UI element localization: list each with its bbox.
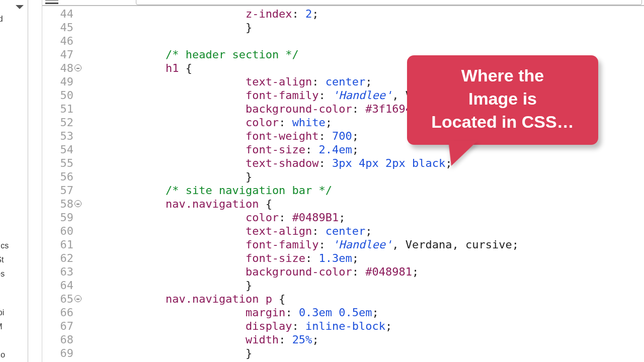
code-line[interactable]: 63 background-color: #048981; <box>42 265 644 279</box>
code-line[interactable]: 44 z-index: 2; <box>42 7 644 21</box>
callout-line: Image is <box>418 87 587 111</box>
code-line[interactable]: 67 display: inline-block; <box>42 319 644 333</box>
line-number: 56 <box>42 170 74 184</box>
outline-item[interactable]: nd St <box>0 253 4 267</box>
line-number: 49 <box>42 75 74 88</box>
code-line[interactable]: 64 } <box>42 279 644 292</box>
panel-divider[interactable] <box>28 0 42 362</box>
code-content[interactable]: nav.navigation { <box>74 197 272 211</box>
hamburger-icon[interactable] <box>45 0 58 4</box>
outline-item[interactable]: nd ho <box>0 348 5 362</box>
line-number: 46 <box>42 34 74 48</box>
code-content[interactable]: font-weight: 700; <box>74 129 359 143</box>
line-number: 65 <box>42 292 74 306</box>
code-content[interactable]: font-size: 2.4em; <box>74 143 359 156</box>
line-number: 61 <box>42 238 74 251</box>
code-content[interactable]: } <box>74 346 252 360</box>
code-content[interactable]: font-size: 1.3em; <box>74 251 359 265</box>
fold-icon[interactable] <box>74 295 82 302</box>
line-number: 67 <box>42 319 74 333</box>
line-number: 64 <box>42 279 74 292</box>
line-number: 44 <box>42 7 74 21</box>
code-content[interactable]: background-color: #3f1694; <box>74 102 419 116</box>
code-line[interactable]: 54 font-size: 2.4em; <box>42 143 644 156</box>
code-editor[interactable]: 44 z-index: 2;45 }4647 /* header section… <box>42 0 644 362</box>
side-outline-panel: ound Basics nd St butes .cmpi HTM nd ho <box>0 0 28 362</box>
line-number: 48 <box>42 61 74 75</box>
editor-toolbar <box>42 0 644 6</box>
line-number: 59 <box>42 211 74 224</box>
code-content[interactable]: text-align: center; <box>74 75 372 88</box>
line-number: 54 <box>42 143 74 156</box>
code-line[interactable]: 62 font-size: 1.3em; <box>42 251 644 265</box>
callout-line: Located in CSS… <box>418 111 587 134</box>
code-content[interactable]: } <box>74 21 252 34</box>
code-content[interactable]: color: #0489B1; <box>74 211 346 224</box>
callout-line: Where the <box>418 64 587 87</box>
code-line[interactable]: 66 margin: 0.3em 0.5em; <box>42 306 644 319</box>
outline-item[interactable]: butes <box>0 267 5 281</box>
path-field[interactable] <box>136 0 642 5</box>
code-content[interactable]: margin: 0.3em 0.5em; <box>74 306 379 319</box>
outline-item[interactable]: .cmpi <box>0 306 4 320</box>
code-content[interactable]: /* header section */ <box>74 48 299 61</box>
line-number: 45 <box>42 21 74 34</box>
line-number: 63 <box>42 265 74 279</box>
code-content[interactable]: } <box>74 279 252 292</box>
code-content[interactable]: font-family: 'Handlee', Verdana, <box>74 88 459 102</box>
line-number: 58 <box>42 197 74 211</box>
line-number: 53 <box>42 129 74 143</box>
outline-item[interactable]: HTM <box>0 320 3 334</box>
code-line[interactable]: 58 nav.navigation { <box>42 197 644 211</box>
code-content[interactable]: nav.navigation p { <box>74 292 285 306</box>
code-content[interactable]: color: white; <box>74 116 332 129</box>
code-line[interactable]: 59 color: #0489B1; <box>42 211 644 224</box>
code-content[interactable]: h1 { <box>74 61 192 75</box>
line-number: 55 <box>42 156 74 170</box>
code-content[interactable]: } <box>74 170 252 184</box>
code-content[interactable]: background-color: #048981; <box>74 265 419 279</box>
fold-icon[interactable] <box>74 200 82 207</box>
line-number: 50 <box>42 88 74 102</box>
code-line[interactable]: 45 } <box>42 21 644 34</box>
dropdown-icon[interactable] <box>15 3 25 12</box>
app-root: ound Basics nd St butes .cmpi HTM nd ho … <box>0 0 644 362</box>
line-number: 52 <box>42 116 74 129</box>
code-line[interactable]: 57 /* site navigation bar */ <box>42 184 644 197</box>
line-number: 66 <box>42 306 74 319</box>
annotation-callout: Where the Image is Located in CSS… <box>407 55 598 145</box>
line-number: 62 <box>42 251 74 265</box>
line-number: 69 <box>42 346 74 360</box>
fold-icon[interactable] <box>74 64 82 71</box>
code-line[interactable]: 46 <box>42 34 644 48</box>
svg-marker-0 <box>16 5 24 9</box>
code-content[interactable]: z-index: 2; <box>74 7 319 21</box>
line-number: 51 <box>42 102 74 116</box>
outline-item[interactable]: Basics <box>0 239 9 253</box>
code-line[interactable]: 55 text-shadow: 3px 4px 2px black; <box>42 156 644 170</box>
code-content[interactable]: /* site navigation bar */ <box>74 184 332 197</box>
code-line[interactable]: 60 text-align: center; <box>42 224 644 238</box>
code-content[interactable]: text-align: center; <box>74 224 372 238</box>
code-content[interactable]: text-shadow: 3px 4px 2px black; <box>74 156 452 170</box>
code-content[interactable]: display: inline-block; <box>74 319 392 333</box>
code-content[interactable]: font-family: 'Handlee', Verdana, cursive… <box>74 238 519 251</box>
code-line[interactable]: 56 } <box>42 170 644 184</box>
line-number: 57 <box>42 184 74 197</box>
code-line[interactable]: 68 width: 25%; <box>42 333 644 346</box>
code-line[interactable]: 65 nav.navigation p { <box>42 292 644 306</box>
code-content[interactable]: width: 25%; <box>74 333 319 346</box>
line-number: 47 <box>42 48 74 61</box>
line-number: 60 <box>42 224 74 238</box>
outline-item[interactable]: ound <box>0 12 3 26</box>
code-line[interactable]: 69 } <box>42 346 644 360</box>
line-number: 68 <box>42 333 74 346</box>
code-line[interactable]: 61 font-family: 'Handlee', Verdana, curs… <box>42 238 644 251</box>
